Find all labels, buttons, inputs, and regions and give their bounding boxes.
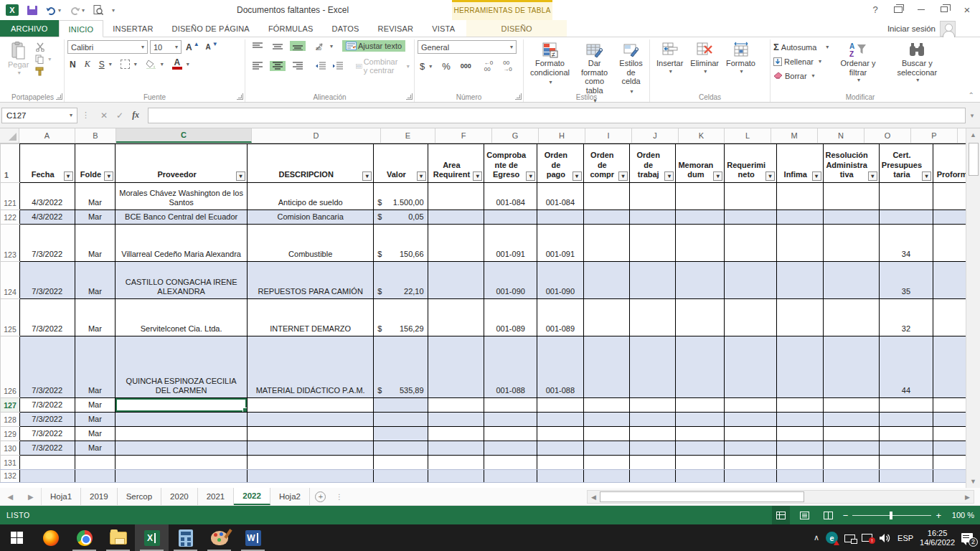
cell-C132[interactable] (116, 470, 248, 483)
column-header-G[interactable]: G (492, 128, 539, 143)
cell-A129[interactable]: 7/3/2022 (19, 427, 75, 441)
cell-D121[interactable]: Anticipo de sueldo (248, 183, 374, 210)
cell-E131[interactable] (374, 456, 428, 470)
sheet-nav-right-icon[interactable]: ▶ (28, 493, 34, 501)
cell-H131[interactable] (537, 456, 583, 470)
cell-M123[interactable] (777, 225, 823, 262)
paste-button[interactable]: Pegar ▾ (4, 40, 32, 77)
decrease-indent-icon[interactable] (313, 61, 329, 71)
clock[interactable]: 16:25 14/6/2022 (920, 529, 955, 547)
column-header-E[interactable]: E (381, 128, 435, 143)
cell-E132[interactable] (374, 470, 428, 483)
column-header-H[interactable]: H (539, 128, 585, 143)
cell-O127[interactable] (879, 398, 933, 413)
cancel-entry-icon[interactable]: ✕ (100, 110, 108, 121)
decrease-font-icon[interactable]: A▼ (204, 43, 220, 52)
cell-H121[interactable]: 001-084 (537, 183, 583, 210)
cell-K124[interactable] (676, 262, 725, 299)
cell-D132[interactable] (248, 470, 374, 483)
currency-button[interactable]: $▾ (418, 60, 434, 72)
cell-C128[interactable] (116, 413, 248, 427)
cell-K132[interactable] (676, 470, 725, 483)
cell-A123[interactable]: 7/3/2022 (19, 225, 75, 262)
cell-E122[interactable]: $0,05 (374, 210, 428, 225)
ribbon-tab-insertar[interactable]: INSERTAR (103, 20, 162, 37)
cell-G123[interactable]: 001-091 (484, 225, 537, 262)
cell-N123[interactable] (823, 225, 879, 262)
sheet-nav-left-icon[interactable]: ◀ (7, 493, 13, 501)
filter-button[interactable]: ▾ (64, 171, 73, 181)
antivirus-tray-icon[interactable]: e (826, 532, 838, 544)
sheet-tab-sercop[interactable]: Sercop (118, 488, 161, 505)
cell-J127[interactable] (630, 398, 676, 413)
filter-button[interactable]: ▾ (664, 171, 674, 181)
header-cell-M1[interactable]: Infima▾ (777, 144, 823, 183)
font-color-button[interactable]: A▾ (170, 58, 192, 70)
ribbon-tab-diseño[interactable]: DISEÑO (466, 20, 567, 37)
cell-J126[interactable] (630, 336, 676, 398)
row-header-128[interactable]: 128 (1, 413, 20, 427)
column-header-K[interactable]: K (679, 128, 725, 143)
sheet-tab-2021[interactable]: 2021 (198, 488, 235, 505)
ribbon-tab-fórmulas[interactable]: FÓRMULAS (259, 20, 323, 37)
cell-M129[interactable] (777, 427, 823, 441)
cell-G122[interactable] (484, 210, 537, 225)
align-top-icon[interactable] (250, 41, 265, 51)
cell-C122[interactable]: BCE Banco Central del Ecuador (116, 210, 248, 225)
column-header-M[interactable]: M (771, 128, 818, 143)
row-header-121[interactable]: 121 (1, 183, 20, 210)
column-header-I[interactable]: I (585, 128, 632, 143)
cell-C126[interactable]: QUINCHA ESPINOZA CECILIA DEL CARMEN (116, 336, 248, 398)
row-header-132[interactable]: 132 (1, 470, 20, 483)
cell-C130[interactable] (116, 441, 248, 456)
cell-C123[interactable]: Villarreal Cedeño Maria Alexandra (116, 225, 248, 262)
cell-C127[interactable] (116, 398, 248, 413)
column-header-O[interactable]: O (864, 128, 911, 143)
column-header-P[interactable]: P (911, 128, 958, 143)
cell-G131[interactable] (484, 456, 537, 470)
ribbon-tab-archivo[interactable]: ARCHIVO (0, 20, 59, 37)
user-avatar[interactable] (940, 21, 956, 37)
filter-button[interactable]: ▾ (526, 171, 535, 181)
cell-I121[interactable] (583, 183, 629, 210)
row-header-127[interactable]: 127 (1, 398, 20, 413)
cell-I125[interactable] (583, 299, 629, 336)
cell-G127[interactable] (484, 398, 537, 413)
header-cell-D1[interactable]: DESCRIPCION▾ (248, 144, 374, 183)
cell-G121[interactable]: 001-084 (484, 183, 537, 210)
cell-M124[interactable] (777, 262, 823, 299)
taskbar-firefox-button[interactable] (34, 524, 67, 551)
cell-N122[interactable] (823, 210, 879, 225)
cell-E123[interactable]: $150,66 (374, 225, 428, 262)
cell-G128[interactable] (484, 413, 537, 427)
increase-decimal-icon[interactable]: ←000 (482, 59, 495, 73)
cell-A131[interactable] (19, 456, 75, 470)
increase-font-icon[interactable]: A▲ (184, 43, 202, 52)
collapse-ribbon-icon[interactable]: ⌃ (969, 91, 974, 99)
customize-qat-icon[interactable]: ▾ (112, 7, 115, 14)
cell-M130[interactable] (777, 441, 823, 456)
taskbar-calculator-button[interactable] (169, 524, 202, 551)
volume-tray-icon[interactable] (879, 533, 891, 543)
autosum-button[interactable]: ΣAutosuma▾ (773, 40, 829, 54)
cell-J128[interactable] (630, 413, 676, 427)
cell-O128[interactable] (879, 413, 933, 427)
cut-icon[interactable] (35, 42, 45, 52)
cell-E130[interactable] (374, 441, 428, 456)
page-break-view-button[interactable] (819, 506, 837, 524)
cell-H128[interactable] (537, 413, 583, 427)
excel-logo-icon[interactable]: X (6, 4, 19, 16)
fill-color-button[interactable]: ▾ (143, 59, 166, 70)
thousands-button[interactable]: 000 (458, 62, 473, 70)
cell-F130[interactable] (428, 441, 484, 456)
cell-J122[interactable] (630, 210, 676, 225)
alignment-dialog-launcher[interactable] (406, 93, 413, 100)
cell-H122[interactable] (537, 210, 583, 225)
header-cell-G1[interactable]: Comproba nte de Egreso▾ (484, 144, 537, 183)
cell-F131[interactable] (428, 456, 484, 470)
cell-N128[interactable] (823, 413, 879, 427)
cell-B128[interactable]: Mar (75, 413, 116, 427)
formula-input[interactable] (148, 108, 966, 123)
row-header-122[interactable]: 122 (1, 210, 20, 225)
cell-H126[interactable]: 001-088 (537, 336, 583, 398)
